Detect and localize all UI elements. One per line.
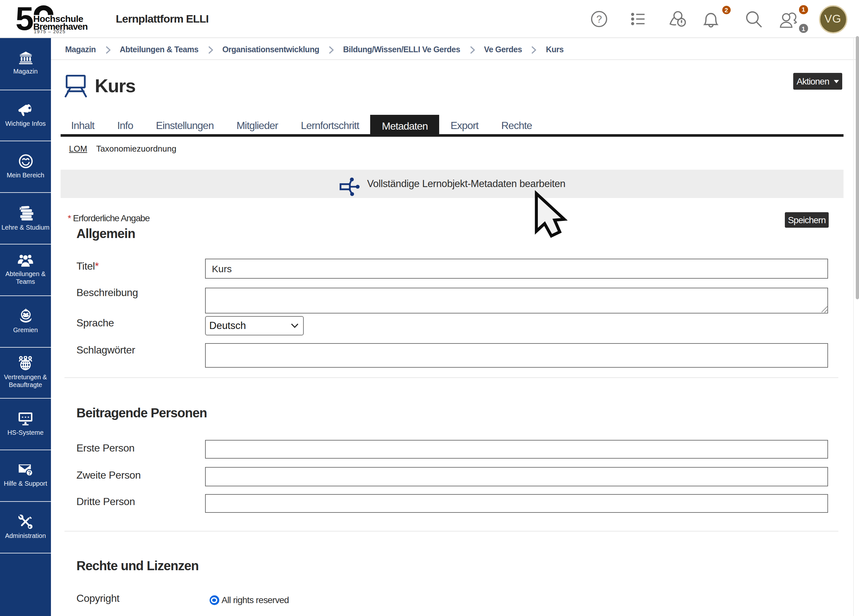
svg-text:?: ? <box>596 14 602 25</box>
svg-text:1975 – 2025: 1975 – 2025 <box>34 29 66 34</box>
svg-text:5: 5 <box>16 5 34 34</box>
svg-text:?: ? <box>27 470 31 476</box>
